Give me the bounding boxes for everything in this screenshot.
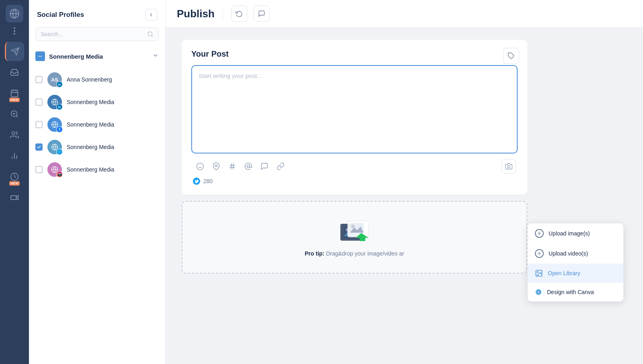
publish-nav-icon	[11, 47, 20, 56]
location-icon	[212, 162, 220, 170]
profile-list: AS in Anna Sonnenberg in Sonnenberg Medi…	[29, 65, 165, 184]
svg-line-38	[233, 164, 234, 170]
workspace-chevron	[152, 52, 159, 60]
svg-point-51	[537, 272, 539, 273]
comment-button[interactable]	[257, 159, 272, 174]
main-content: Publish Your Post	[166, 0, 643, 364]
profile-name-3: Sonnenberg Media	[67, 121, 114, 128]
svg-line-37	[231, 164, 232, 170]
messages-icon	[258, 10, 265, 17]
hashtag-button[interactable]	[225, 159, 240, 174]
dashboard-badge: NEW	[9, 181, 20, 186]
workspace-name: Sonnenberg Media	[49, 53, 148, 60]
nav-analytics[interactable]	[5, 146, 24, 166]
upload-video-item[interactable]: + Upload video(s)	[528, 243, 623, 264]
top-bar: Publish	[166, 0, 643, 28]
minus-icon	[37, 53, 43, 59]
nav-inbox[interactable]	[5, 63, 24, 82]
twitter-badge: 🐦	[56, 149, 63, 155]
avatar-4: 🐦	[47, 140, 62, 154]
profile-name-2: Sonnenberg Media	[67, 99, 114, 105]
char-count-number: 280	[203, 178, 213, 184]
hashtag-icon	[228, 162, 236, 170]
search-box	[35, 27, 159, 41]
profile-item[interactable]: 🐦 Sonnenberg Media	[29, 136, 165, 158]
dashboard-nav-icon	[10, 172, 19, 181]
nav-team[interactable]	[5, 125, 24, 145]
char-count: 280	[191, 174, 518, 185]
svg-point-54	[538, 291, 539, 293]
mention-button[interactable]	[241, 159, 256, 174]
upload-images-item[interactable]: + Upload image(s)	[528, 223, 623, 243]
comment-icon	[260, 162, 268, 170]
profile-item[interactable]: in Sonnenberg Media	[29, 91, 165, 113]
post-area: Your Post	[166, 28, 643, 364]
drop-zone[interactable]: Pro tip: Drag&drop your image/video ar	[182, 201, 527, 274]
post-textarea[interactable]	[191, 65, 518, 153]
team-nav-icon	[10, 131, 19, 139]
tag-button[interactable]	[503, 48, 519, 64]
nav-publish[interactable]	[5, 42, 24, 61]
chevron-left-icon	[148, 12, 154, 18]
avatar-1: AS in	[47, 72, 62, 87]
profile-checkbox-2[interactable]	[35, 98, 43, 106]
profile-name-1: Anna Sonnenberg	[67, 76, 112, 83]
upload-images-icon: +	[535, 229, 544, 238]
profile-checkbox-4[interactable]	[35, 143, 43, 151]
workspace-icon	[35, 51, 45, 61]
sidebar-title: Social Profiles	[37, 11, 84, 19]
design-canva-item[interactable]: Design with Canva	[528, 283, 623, 301]
collapse-sidebar-button[interactable]	[145, 9, 157, 21]
design-canva-label: Design with Canva	[547, 289, 594, 295]
app-logo[interactable]	[6, 5, 23, 22]
post-section: Your Post	[182, 40, 527, 194]
instagram-badge: 📷	[56, 171, 63, 178]
pro-tip-label: Pro tip:	[305, 250, 324, 257]
avatar-5: 📷	[47, 162, 62, 177]
workspace-row[interactable]: Sonnenberg Media	[29, 47, 165, 65]
camera-button[interactable]	[502, 159, 516, 174]
open-library-item[interactable]: Open Library	[528, 264, 623, 283]
analytics-nav-icon	[10, 151, 19, 160]
drop-illustration	[336, 218, 373, 245]
profile-checkbox-1[interactable]	[35, 76, 43, 83]
svg-line-9	[16, 116, 18, 117]
tag-icon	[508, 52, 515, 59]
inbox-nav-icon	[10, 68, 19, 77]
profile-name-5: Sonnenberg Media	[67, 166, 114, 173]
top-bar-divider	[223, 7, 223, 20]
svg-point-19	[148, 32, 152, 36]
profile-item[interactable]: f Sonnenberg Media	[29, 113, 165, 136]
explore-nav-icon	[10, 110, 19, 119]
link-icon	[276, 162, 285, 170]
history-button[interactable]	[231, 6, 247, 22]
linkedin-badge-2: in	[56, 104, 63, 110]
upload-video-label: Upload video(s)	[549, 250, 588, 257]
emoji-button[interactable]	[193, 159, 207, 174]
messages-button[interactable]	[254, 6, 270, 22]
svg-rect-17	[11, 196, 16, 199]
search-input[interactable]	[41, 31, 147, 37]
nav-video[interactable]	[5, 188, 24, 207]
profile-item[interactable]: 📷 Sonnenberg Media	[29, 158, 165, 181]
nav-calendar[interactable]: NEW	[5, 84, 24, 103]
nav-explore[interactable]	[5, 104, 24, 124]
svg-line-20	[152, 35, 153, 37]
nav-dashboard[interactable]: NEW	[5, 167, 24, 186]
mention-icon	[244, 162, 252, 170]
profile-checkbox-3[interactable]	[35, 121, 43, 128]
history-icon	[235, 10, 243, 17]
profile-checkbox-5[interactable]	[35, 166, 43, 173]
linkedin-badge: in	[56, 81, 63, 88]
location-button[interactable]	[209, 159, 223, 174]
emoji-icon	[196, 162, 204, 170]
sidebar-header: Social Profiles	[29, 0, 165, 27]
profile-item[interactable]: AS in Anna Sonnenberg	[29, 68, 165, 91]
pro-tip: Pro tip: Drag&drop your image/video ar	[305, 250, 404, 257]
video-nav-icon	[10, 193, 19, 202]
svg-rect-4	[11, 90, 18, 97]
svg-marker-18	[16, 196, 18, 200]
svg-point-47	[351, 225, 354, 228]
icon-rail: NEW NEW	[0, 0, 29, 364]
link-button[interactable]	[273, 159, 288, 174]
